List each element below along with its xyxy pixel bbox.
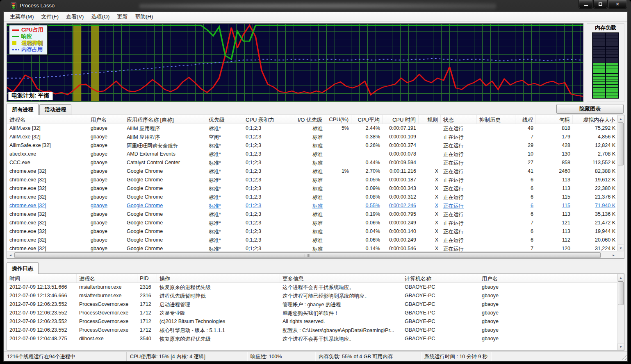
table-row[interactable]: 2012-07-09 12:06:23.552ProcessGovernor.e…	[7, 300, 624, 309]
table-row[interactable]: CCC.exegbaoyeCatalyst Control Center标准*0…	[7, 158, 624, 167]
menu-item[interactable]: 更新	[113, 12, 131, 22]
table-cell	[477, 193, 515, 201]
table-cell: 5%	[325, 124, 351, 133]
table-row[interactable]: chrome.exe [32]gbaoyeGoogle Chrome标准*0;1…	[7, 193, 624, 201]
table-cell: 4,856 K	[573, 133, 618, 141]
column-header[interactable]: 抑制历史	[477, 115, 515, 124]
column-header[interactable]: 线程	[515, 115, 536, 124]
table-cell: 0.08%	[351, 193, 383, 201]
table-cell: 正在运行	[441, 219, 477, 227]
table-row[interactable]: 2012-07-09 12:04:48.275dllhost.exe3540恢复…	[7, 335, 624, 343]
vertical-scroll-thumb[interactable]	[618, 281, 624, 305]
column-header[interactable]: PID	[137, 274, 157, 283]
column-header[interactable]: 优先级	[206, 115, 243, 124]
table-row[interactable]: 2012-07-09 12:06:23.552ProcessGovernor.e…	[7, 326, 624, 335]
column-header[interactable]: 用户名	[479, 274, 618, 283]
menu-item[interactable]: 帮助(H)	[131, 12, 157, 22]
table-cell: gbaoye	[88, 219, 124, 227]
table-cell: 27	[515, 158, 536, 167]
resize-grip[interactable]	[621, 355, 626, 360]
hide-chart-button[interactable]: 隐藏图表	[556, 104, 624, 114]
scroll-down-icon[interactable]: ▾	[617, 244, 624, 251]
vertical-scroll-thumb[interactable]	[618, 122, 624, 165]
tab-action-log[interactable]: 操作日志	[7, 262, 39, 274]
title-bar[interactable]: Process Lasso ✕	[0, 0, 631, 11]
minimize-button[interactable]	[579, 0, 593, 9]
table-cell: chrome.exe [32]	[7, 244, 88, 251]
table-cell: 1712	[137, 309, 157, 317]
menu-item[interactable]: 主菜单(M)	[6, 12, 38, 22]
table-row[interactable]: AliIM.exe [32]gbaoyeAliIM 应用程序空闲*0;1;2;3…	[7, 133, 624, 141]
close-button[interactable]: ✕	[608, 0, 627, 9]
column-header[interactable]: 状态	[441, 115, 477, 124]
scroll-up-icon[interactable]: ▴	[617, 115, 624, 122]
table-cell: 115	[536, 201, 573, 210]
menu-item[interactable]: 选项(O)	[87, 12, 113, 22]
table-row[interactable]: chrome.exe [32]gbaoyeGoogle Chrome标准*0;1…	[7, 219, 624, 227]
log-table-scrollbar[interactable]: ▴ ▾	[617, 274, 624, 350]
table-row[interactable]: chrome.exe [32]gbaoyeGoogle Chrome标准*0;1…	[7, 227, 624, 236]
table-cell: gbaoye	[479, 300, 618, 309]
table-cell: 2316	[137, 292, 157, 300]
table-row[interactable]: chrome.exe [32]gbaoyeGoogle Chrome标准*0;1…	[7, 201, 624, 210]
table-cell: 这个进程不会再干扰系统响应。	[280, 335, 402, 343]
scroll-right-icon[interactable]: ▸	[610, 252, 617, 258]
table-row[interactable]: AliimSafe.exe [32]gbaoye阿里旺旺网购安全服务标准*0;1…	[7, 141, 624, 150]
column-header[interactable]: 操作	[157, 274, 280, 283]
table-cell: chrome.exe [32]	[7, 176, 88, 184]
table-row[interactable]: atieclxx.exegbaoyeAMD External Events标准*…	[7, 150, 624, 158]
column-header[interactable]: CPU 时间	[383, 115, 419, 124]
maximize-button[interactable]	[593, 0, 608, 9]
menu-item[interactable]: 文件(F)	[38, 12, 63, 22]
table-row[interactable]: 2012-07-09 12:06:23.552ProcessGovernor.e…	[7, 317, 624, 326]
scroll-up-icon[interactable]: ▴	[617, 274, 624, 281]
table-cell: 正在运行	[441, 176, 477, 184]
scrollbar-corner	[617, 251, 624, 258]
table-row[interactable]: chrome.exe [32]gbaoyeGoogle Chrome标准*0;1…	[7, 184, 624, 193]
column-header[interactable]: CPU(%)	[325, 115, 351, 124]
column-header[interactable]: 进程名	[7, 115, 88, 124]
column-header[interactable]: CPU 亲和力	[243, 115, 284, 124]
column-header[interactable]: I/O 优先级	[284, 115, 325, 124]
horizontal-scrollbar[interactable]: ◂ ▸	[7, 251, 617, 258]
column-header[interactable]: 句柄	[536, 115, 573, 124]
tab-active-processes[interactable]: 活动进程	[39, 104, 71, 115]
table-row[interactable]: AliIM.exe [32]gbaoyeAliIM 应用程序标准*0;1;2;3…	[7, 124, 624, 133]
horizontal-scroll-thumb[interactable]	[14, 252, 601, 258]
table-row[interactable]: 2012-07-09 12:06:23.552ProcessGovernor.e…	[7, 309, 624, 317]
splitter[interactable]	[7, 259, 624, 263]
table-cell: 818	[536, 124, 573, 133]
table-cell: gbaoye	[88, 201, 124, 210]
scroll-left-icon[interactable]: ◂	[7, 252, 14, 258]
table-cell: GBAOYE-PC	[402, 292, 479, 300]
table-row[interactable]: 2012-07-09 12:13:51.666msiafterburner.ex…	[7, 283, 624, 292]
table-cell: 0;1;2;3	[243, 141, 284, 150]
scroll-down-icon[interactable]: ▾	[617, 343, 624, 350]
column-header[interactable]: 时间	[7, 274, 77, 283]
table-cell: 2.70%	[351, 167, 383, 176]
table-row[interactable]: chrome.exe [32]gbaoyeGoogle Chrome标准*0;1…	[7, 176, 624, 184]
tab-all-processes[interactable]: 所有进程	[7, 104, 39, 115]
table-cell: 0:00:02.246	[383, 201, 419, 210]
process-table-scrollbar[interactable]: ▴ ▾	[617, 115, 624, 251]
menu-item[interactable]: 查看(V)	[62, 12, 87, 22]
column-header[interactable]: 应用程序名称 [自称]	[124, 115, 206, 124]
table-row[interactable]: chrome.exe [32]gbaoyeGoogle Chrome标准*0;1…	[7, 167, 624, 176]
column-header[interactable]: 规则	[419, 115, 441, 124]
gauge-segment	[593, 33, 618, 36]
power-plan-label: 电源计划: 平衡	[8, 92, 53, 100]
log-table-panel: 时间进程名PID操作更多信息计算机名称用户名 2012-07-09 12:13:…	[7, 274, 624, 350]
table-row[interactable]: chrome.exe [32]gbaoyeGoogle Chrome标准*0;1…	[7, 244, 624, 251]
table-cell: 0:00:00.249	[383, 219, 419, 227]
table-row[interactable]: 2012-07-09 12:13:46.666msiafterburner.ex…	[7, 292, 624, 300]
column-header[interactable]: 计算机名称	[402, 274, 479, 283]
column-header[interactable]: 虚拟内存大小	[573, 115, 618, 124]
table-cell: gbaoye	[479, 292, 618, 300]
table-row[interactable]: chrome.exe [32]gbaoyeGoogle Chrome标准*0;1…	[7, 236, 624, 244]
column-header[interactable]: CPU平均	[351, 115, 383, 124]
column-header[interactable]: 进程名	[77, 274, 137, 283]
column-header[interactable]: 更多信息	[280, 274, 402, 283]
column-header[interactable]: 用户名	[88, 115, 124, 124]
gauge-segment	[593, 55, 618, 57]
table-row[interactable]: chrome.exe [32]gbaoyeGoogle Chrome标准*0;1…	[7, 210, 624, 219]
